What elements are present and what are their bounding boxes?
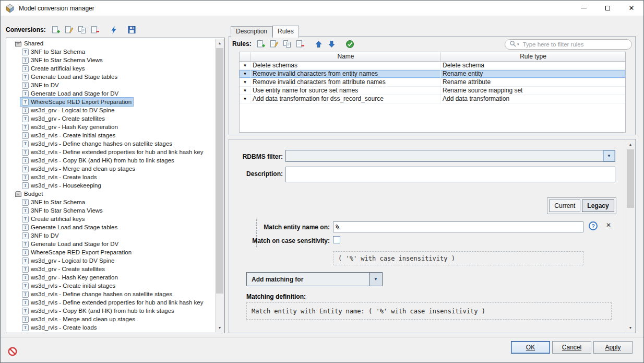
details-scrollbar-thumb[interactable] (627, 149, 634, 208)
edit-conversion-button[interactable] (64, 24, 75, 36)
tree-item[interactable]: T ws3d_grv - Logical to DV Spine (6, 256, 224, 265)
tree-item[interactable]: T 3NF to Star Schema Views (6, 56, 224, 64)
tree-scrollbar[interactable]: ▲ ▼ (215, 39, 224, 332)
tree-item[interactable]: T ws3d_grv - Hash Key generation (6, 123, 224, 131)
add-matching-combo[interactable]: Add matching for ▼ (246, 272, 383, 286)
tree-item[interactable]: T ws3d_rvls - Define extended properties… (6, 148, 224, 156)
scroll-down-icon[interactable]: ▼ (216, 323, 224, 332)
tree-item[interactable]: T WhereScape RED Export Preparation (6, 98, 224, 106)
save-conversion-button[interactable] (126, 24, 138, 36)
tree-item-label: ws3d_rvls - Merge and clean up stages (31, 316, 135, 322)
copy-rule-button[interactable] (282, 38, 293, 50)
search-dropdown-icon[interactable]: ▾ (517, 42, 519, 46)
tree-item-label: 3NF to DV (31, 232, 59, 239)
tree-item[interactable]: T ws3d_rvls - Create initial stages (6, 282, 224, 290)
rule-row-menu[interactable]: ▼ (240, 95, 251, 103)
tree-item[interactable]: T ws3d_grv - Create satellites (6, 265, 224, 273)
delete-conversion-button[interactable] (90, 24, 101, 36)
ok-button[interactable]: OK (511, 341, 550, 354)
tree-item[interactable]: T ws3d_grv - Logical to DV Spine (6, 106, 224, 114)
rule-type-cell: Rename attribute (441, 78, 625, 86)
maximize-icon (605, 6, 610, 10)
tree-item-content: T ws3d_grv - Create satellites (20, 265, 106, 273)
rule-details-panel: RDBMS filter: ▼ Description: Current Leg… (229, 139, 636, 333)
scroll-up-icon[interactable]: ▲ (626, 140, 635, 149)
tree-item-label: 3NF to Star Schema Views (31, 207, 103, 214)
header-name[interactable]: Name (251, 52, 441, 61)
new-conversion-button[interactable] (51, 24, 62, 36)
tree-item[interactable]: T ws3d_rvls - Define change hashes on sa… (6, 139, 224, 148)
rule-row[interactable]: ▼ Remove invalid characters from entity … (240, 70, 625, 78)
rule-row[interactable]: ▼ Add data transformation for dss_record… (240, 95, 625, 103)
tree-item[interactable]: T ws3d_rvls - Merge and clean up stages (6, 165, 224, 173)
remove-condition-icon[interactable]: ✕ (606, 221, 611, 229)
close-button[interactable]: ✕ (619, 1, 643, 16)
tree-item[interactable]: T 3NF to Star Schema (6, 198, 224, 206)
run-conversion-button[interactable] (108, 24, 120, 36)
tree-item[interactable]: T ws3d_rvls - Create loads (6, 323, 224, 332)
tree-item-content: T ws3d_rvls - Copy BK (and HK) from hub … (20, 307, 176, 315)
tree-item[interactable]: T Create artificial keys (6, 64, 224, 73)
tree-item[interactable]: T ws3d_rvls - Housekeeping (6, 181, 224, 190)
tree-item[interactable]: T ws3d_grv - Create satellites (6, 114, 224, 123)
filter-rules-input[interactable] (522, 41, 627, 48)
copy-conversion-button[interactable] (77, 24, 88, 36)
tree-item[interactable]: T Generate Load and Stage tables (6, 223, 224, 231)
header-rule-type[interactable]: Rule type (441, 52, 625, 61)
rule-row-menu[interactable]: ▼ (240, 70, 251, 78)
rule-row-menu[interactable]: ▼ (240, 87, 251, 95)
validate-rules-button[interactable] (344, 38, 356, 50)
tree-item[interactable]: T ws3d_rvls - Merge and clean up stages (6, 315, 224, 323)
tree-item[interactable]: T Create artificial keys (6, 215, 224, 223)
tree-item[interactable]: T WhereScape RED Export Preparation (6, 248, 224, 256)
minimize-button[interactable] (571, 1, 595, 16)
legacy-button[interactable]: Legacy (582, 200, 614, 212)
tree-item-label: ws3d_rvls - Create initial stages (31, 283, 115, 289)
maximize-button[interactable] (595, 1, 619, 16)
current-button[interactable]: Current (549, 200, 580, 212)
move-rule-down-button[interactable] (326, 38, 338, 50)
tree-item[interactable]: T ws3d_rvls - Define change hashes on sa… (6, 290, 224, 298)
tree-item[interactable]: T ws3d_rvls - Copy BK (and HK) from hub … (6, 156, 224, 165)
new-rule-button[interactable] (256, 38, 267, 50)
tree-item[interactable]: T Generate Load and Stage tables (6, 73, 224, 81)
tree-item[interactable]: T ws3d_rvls - Copy BK (and HK) from hub … (6, 307, 224, 315)
match-entity-name-input[interactable] (333, 221, 583, 232)
cancel-button[interactable]: Cancel (552, 341, 591, 354)
delete-rule-button[interactable] (295, 38, 306, 50)
chevron-down-icon[interactable]: ▼ (369, 273, 382, 286)
edit-rule-button[interactable] (269, 38, 280, 50)
tab-rules[interactable]: Rules (272, 26, 299, 38)
rule-row-menu[interactable]: ▼ (240, 78, 251, 86)
tree-item-label: 3NF to DV (31, 82, 59, 88)
tree-group-shared[interactable]: Shared (6, 39, 224, 48)
scroll-down-icon[interactable]: ▼ (626, 323, 635, 332)
scroll-up-icon[interactable]: ▲ (216, 39, 224, 48)
tree-item[interactable]: T ws3d_rvls - Define extended properties… (6, 298, 224, 307)
rule-row[interactable]: ▼ Use entity name for source set names R… (240, 87, 625, 95)
tree-scrollbar-thumb[interactable] (216, 48, 223, 294)
tab-description[interactable]: Description (231, 26, 272, 37)
case-sensitivity-checkbox[interactable] (333, 236, 340, 243)
details-scrollbar[interactable]: ▲ ▼ (626, 140, 635, 332)
tree-group-budget[interactable]: Budget (6, 190, 224, 198)
tree-item[interactable]: T ws3d_grv - Hash Key generation (6, 273, 224, 282)
move-rule-up-button[interactable] (313, 38, 325, 50)
tree-item[interactable]: T ws3d_rvls - Create initial stages (6, 131, 224, 139)
tree-item[interactable]: T 3NF to DV (6, 231, 224, 240)
tree-item[interactable]: T ws3d_rvls - Create loads (6, 173, 224, 181)
apply-button[interactable]: Apply (593, 341, 633, 354)
tree-item[interactable]: T Generate Load and Stage for DV (6, 89, 224, 98)
tree-item[interactable]: T 3NF to DV (6, 81, 224, 89)
tree-item[interactable]: T 3NF to Star Schema Views (6, 206, 224, 215)
tree-item[interactable]: T Generate Load and Stage for DV (6, 240, 224, 248)
rule-row-menu[interactable]: ▼ (240, 62, 251, 69)
tree-item[interactable]: T 3NF to Star Schema (6, 48, 224, 56)
chevron-down-icon[interactable]: ▼ (603, 150, 615, 161)
rule-row[interactable]: ▼ Remove invalid characters from attribu… (240, 78, 625, 87)
rdbms-filter-combo[interactable]: ▼ (285, 150, 615, 162)
description-field[interactable] (285, 167, 615, 182)
help-icon[interactable]: ? (589, 221, 598, 230)
rule-row[interactable]: ▼ Delete schemas Delete schema (240, 62, 625, 70)
conversion-icon: T (22, 249, 29, 256)
